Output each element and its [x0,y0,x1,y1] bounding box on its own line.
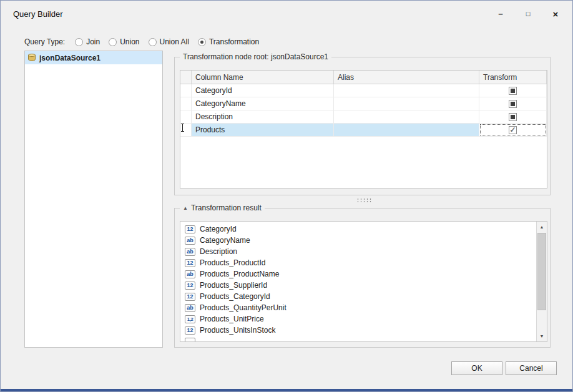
radio-option-union[interactable]: Union [109,37,139,46]
maximize-button[interactable]: □ [519,7,537,21]
radio-label: Union [120,37,139,46]
data-source-list[interactable]: jsonDataSource1 [24,51,163,348]
ok-button[interactable]: OK [451,361,502,375]
database-icon [28,54,36,62]
list-item-jsondatasource1[interactable]: jsonDataSource1 [25,51,162,64]
group-title-text: Transformation result [191,203,262,212]
row-indicator [180,110,192,123]
column-name-cell[interactable]: CategoryName [192,97,334,110]
collapse-arrow-icon[interactable]: ▲ [183,205,188,211]
transform-cell[interactable] [479,124,547,136]
list-item-label: Products_ProductName [200,270,279,278]
integer-type-icon: 12 [185,282,195,290]
scroll-up-button[interactable]: ▲ [537,222,547,232]
header-indicator-cell [180,71,192,84]
query-type-row: Query Type: Join Union Union All Transfo… [24,37,259,47]
table-row[interactable]: CategoryId [180,84,547,97]
table-row[interactable]: CategoryName [180,97,547,110]
window-controls: − □ × [491,7,565,21]
table-row[interactable]: Products [180,124,547,137]
window-title: Query Builder [13,9,62,19]
list-item-label: Products_UnitPrice [200,315,264,323]
list-item[interactable]: ab Description [180,246,536,257]
table-row[interactable]: Description [180,110,547,124]
alias-cell[interactable] [334,97,479,110]
transformation-result-group: ▲ Transformation result 12 CategoryId ab… [174,208,551,348]
list-item-label: Products_ProductId [200,258,265,267]
integer-type-icon: 12 [185,326,195,335]
alias-cell[interactable] [334,110,479,123]
header-alias[interactable]: Alias [334,71,479,84]
scroll-up-icon: ▲ [540,225,544,229]
column-name-cell[interactable]: Description [192,110,334,123]
list-item[interactable]: 1,2 Products_UnitPrice [180,313,536,325]
titlebar[interactable]: Query Builder − □ × [1,1,572,27]
transform-checkbox[interactable] [509,87,517,95]
minimize-button[interactable]: − [491,7,510,21]
text-cursor-icon [180,124,185,132]
scrollbar-thumb[interactable] [537,233,546,310]
list-item-label: Products_QuantityPerUnit [200,303,286,312]
list-item-label: CategoryName [200,236,250,245]
vertical-scrollbar[interactable]: ▲ ▼ [536,222,547,341]
grid-header-row: Column Name Alias Transform [180,71,547,84]
decimal-type-icon: 1,2 [185,315,195,323]
list-item[interactable]: 12 Products_UnitsInStock [180,325,536,336]
list-item-label: CategoryId [200,225,237,233]
integer-type-icon: 12 [185,259,195,267]
source-label: jsonDataSource1 [39,54,100,62]
list-item[interactable]: ab Products_QuantityPerUnit [180,302,536,313]
transform-checkbox[interactable] [509,100,517,108]
radio-option-join[interactable]: Join [75,37,100,46]
column-name-cell[interactable]: CategoryId [192,84,334,97]
header-column-name[interactable]: Column Name [192,71,334,84]
string-type-icon: ab [185,248,195,256]
result-listbox[interactable]: 12 CategoryId ab CategoryName ab Descrip… [180,221,547,342]
window-bottom-accent [1,389,572,391]
radio-icon [198,38,206,46]
close-icon: × [553,9,559,19]
string-type-icon: ab [185,304,195,312]
column-name-cell[interactable]: Products [192,124,334,136]
transform-checkbox[interactable] [509,113,517,121]
list-item[interactable]: 12 Products_ProductId [180,257,536,268]
list-item[interactable]: ab CategoryName [180,235,536,246]
integer-type-icon [185,338,195,342]
cancel-button[interactable]: Cancel [506,361,557,375]
string-type-icon: ab [185,237,195,245]
result-items: 12 CategoryId ab CategoryName ab Descrip… [180,223,536,341]
scroll-down-button[interactable]: ▼ [537,331,547,341]
transformation-node-group: Transformation node root: jsonDataSource… [174,57,551,195]
transform-cell[interactable] [479,110,547,123]
query-type-label: Query Type: [24,37,65,46]
transform-cell[interactable] [479,84,547,97]
columns-grid[interactable]: Column Name Alias Transform CategoryId C… [180,70,547,189]
list-item[interactable]: 12 CategoryId [180,223,536,235]
list-item[interactable]: 12 Products_SupplierId [180,280,536,291]
integer-type-icon: 12 [185,293,195,301]
alias-cell[interactable] [334,124,479,136]
radio-option-transformation[interactable]: Transformation [198,37,259,46]
radio-icon [109,38,117,46]
list-item-label: Products_UnitsInStock [200,326,275,335]
list-item-label: Products_CategoryId [200,292,270,301]
group-title[interactable]: ▲ Transformation result [180,203,265,212]
group-title: Transformation node root: jsonDataSource… [180,52,331,61]
maximize-icon: □ [526,10,531,17]
alias-cell[interactable] [334,84,479,97]
list-item-label: Products_SupplierId [200,281,267,290]
row-indicator [180,97,192,110]
list-item[interactable]: 12 Products_CategoryId [180,291,536,302]
header-transform[interactable]: Transform [479,71,547,84]
transform-checkbox[interactable] [509,126,517,134]
radio-label: Join [86,37,100,46]
transform-cell[interactable] [479,97,547,110]
list-item[interactable] [180,336,536,341]
radio-option-union-all[interactable]: Union All [149,37,189,46]
close-button[interactable]: × [546,7,565,21]
list-item[interactable]: ab Products_ProductName [180,268,536,280]
radio-label: Union All [160,37,189,46]
radio-icon [75,38,83,46]
list-item-label: Description [200,247,237,256]
row-indicator [180,84,192,97]
